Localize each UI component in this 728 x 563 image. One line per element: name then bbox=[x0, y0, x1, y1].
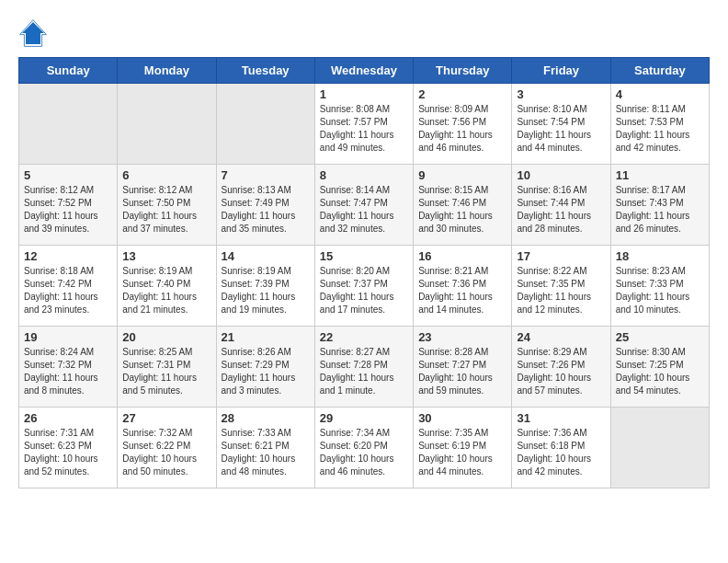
day-number: 20 bbox=[122, 330, 210, 344]
cell-details: Sunrise: 8:13 AMSunset: 7:49 PMDaylight:… bbox=[222, 185, 296, 234]
day-number: 28 bbox=[222, 411, 310, 425]
day-number: 14 bbox=[222, 249, 310, 263]
cell-details: Sunrise: 7:31 AMSunset: 6:23 PMDaylight:… bbox=[24, 428, 98, 477]
calendar-cell bbox=[610, 408, 709, 488]
page-header bbox=[18, 18, 710, 48]
day-number: 9 bbox=[418, 168, 506, 182]
cell-details: Sunrise: 8:20 AMSunset: 7:37 PMDaylight:… bbox=[320, 266, 394, 315]
cell-details: Sunrise: 8:19 AMSunset: 7:40 PMDaylight:… bbox=[122, 266, 197, 315]
weekday-header-saturday: Saturday bbox=[610, 58, 709, 84]
calendar-cell: 9 Sunrise: 8:15 AMSunset: 7:46 PMDayligh… bbox=[414, 165, 512, 246]
day-number: 8 bbox=[320, 168, 408, 182]
cell-details: Sunrise: 8:26 AMSunset: 7:29 PMDaylight:… bbox=[222, 347, 296, 396]
day-number: 6 bbox=[122, 168, 210, 182]
svg-marker-0 bbox=[22, 22, 44, 44]
calendar-cell: 19 Sunrise: 8:24 AMSunset: 7:32 PMDaylig… bbox=[19, 327, 118, 408]
calendar-header-row: SundayMondayTuesdayWednesdayThursdayFrid… bbox=[19, 58, 710, 84]
day-number: 26 bbox=[24, 411, 112, 425]
cell-details: Sunrise: 8:18 AMSunset: 7:42 PMDaylight:… bbox=[24, 266, 98, 315]
cell-details: Sunrise: 7:33 AMSunset: 6:21 PMDaylight:… bbox=[222, 428, 296, 477]
cell-details: Sunrise: 8:30 AMSunset: 7:25 PMDaylight:… bbox=[616, 347, 690, 396]
calendar-cell: 18 Sunrise: 8:23 AMSunset: 7:33 PMDaylig… bbox=[610, 246, 709, 327]
calendar-cell: 11 Sunrise: 8:17 AMSunset: 7:43 PMDaylig… bbox=[610, 165, 709, 246]
calendar-cell: 16 Sunrise: 8:21 AMSunset: 7:36 PMDaylig… bbox=[414, 246, 512, 327]
day-number: 16 bbox=[418, 249, 506, 263]
logo bbox=[18, 18, 51, 48]
cell-details: Sunrise: 8:25 AMSunset: 7:31 PMDaylight:… bbox=[122, 347, 197, 396]
calendar-cell: 12 Sunrise: 8:18 AMSunset: 7:42 PMDaylig… bbox=[19, 246, 118, 327]
calendar-cell: 1 Sunrise: 8:08 AMSunset: 7:57 PMDayligh… bbox=[314, 84, 413, 165]
day-number: 27 bbox=[122, 411, 210, 425]
calendar-cell: 13 Sunrise: 8:19 AMSunset: 7:40 PMDaylig… bbox=[118, 246, 216, 327]
cell-details: Sunrise: 8:09 AMSunset: 7:56 PMDaylight:… bbox=[418, 104, 493, 153]
day-number: 4 bbox=[616, 87, 704, 101]
weekday-header-tuesday: Tuesday bbox=[216, 58, 314, 84]
calendar-cell: 8 Sunrise: 8:14 AMSunset: 7:47 PMDayligh… bbox=[314, 165, 413, 246]
calendar-cell: 29 Sunrise: 7:34 AMSunset: 6:20 PMDaylig… bbox=[314, 408, 413, 488]
calendar-cell: 7 Sunrise: 8:13 AMSunset: 7:49 PMDayligh… bbox=[216, 165, 314, 246]
cell-details: Sunrise: 8:15 AMSunset: 7:46 PMDaylight:… bbox=[418, 185, 493, 234]
day-number: 22 bbox=[320, 330, 408, 344]
cell-details: Sunrise: 8:27 AMSunset: 7:28 PMDaylight:… bbox=[320, 347, 394, 396]
calendar-week-row: 5 Sunrise: 8:12 AMSunset: 7:52 PMDayligh… bbox=[19, 165, 710, 246]
calendar-cell bbox=[216, 84, 314, 165]
day-number: 10 bbox=[517, 168, 605, 182]
day-number: 25 bbox=[616, 330, 704, 344]
calendar-cell: 31 Sunrise: 7:36 AMSunset: 6:18 PMDaylig… bbox=[512, 408, 610, 488]
cell-details: Sunrise: 7:36 AMSunset: 6:18 PMDaylight:… bbox=[517, 428, 591, 477]
day-number: 31 bbox=[517, 411, 605, 425]
calendar-cell: 20 Sunrise: 8:25 AMSunset: 7:31 PMDaylig… bbox=[118, 327, 216, 408]
calendar-cell: 24 Sunrise: 8:29 AMSunset: 7:26 PMDaylig… bbox=[512, 327, 610, 408]
calendar-cell: 21 Sunrise: 8:26 AMSunset: 7:29 PMDaylig… bbox=[216, 327, 314, 408]
calendar-cell: 17 Sunrise: 8:22 AMSunset: 7:35 PMDaylig… bbox=[512, 246, 610, 327]
cell-details: Sunrise: 8:12 AMSunset: 7:50 PMDaylight:… bbox=[122, 185, 197, 234]
calendar-cell: 22 Sunrise: 8:27 AMSunset: 7:28 PMDaylig… bbox=[314, 327, 413, 408]
day-number: 18 bbox=[616, 249, 704, 263]
cell-details: Sunrise: 8:12 AMSunset: 7:52 PMDaylight:… bbox=[24, 185, 98, 234]
weekday-header-thursday: Thursday bbox=[414, 58, 512, 84]
weekday-header-friday: Friday bbox=[512, 58, 610, 84]
logo-icon bbox=[18, 18, 48, 48]
calendar-cell: 2 Sunrise: 8:09 AMSunset: 7:56 PMDayligh… bbox=[414, 84, 512, 165]
cell-details: Sunrise: 8:22 AMSunset: 7:35 PMDaylight:… bbox=[517, 266, 591, 315]
calendar-cell bbox=[118, 84, 216, 165]
day-number: 29 bbox=[320, 411, 408, 425]
cell-details: Sunrise: 8:19 AMSunset: 7:39 PMDaylight:… bbox=[222, 266, 296, 315]
calendar-week-row: 1 Sunrise: 8:08 AMSunset: 7:57 PMDayligh… bbox=[19, 84, 710, 165]
cell-details: Sunrise: 8:21 AMSunset: 7:36 PMDaylight:… bbox=[418, 266, 493, 315]
weekday-header-monday: Monday bbox=[118, 58, 216, 84]
day-number: 2 bbox=[418, 87, 506, 101]
calendar-cell: 30 Sunrise: 7:35 AMSunset: 6:19 PMDaylig… bbox=[414, 408, 512, 488]
calendar-cell bbox=[19, 84, 118, 165]
calendar-cell: 28 Sunrise: 7:33 AMSunset: 6:21 PMDaylig… bbox=[216, 408, 314, 488]
calendar-week-row: 12 Sunrise: 8:18 AMSunset: 7:42 PMDaylig… bbox=[19, 246, 710, 327]
day-number: 1 bbox=[320, 87, 408, 101]
cell-details: Sunrise: 7:34 AMSunset: 6:20 PMDaylight:… bbox=[320, 428, 394, 477]
weekday-header-wednesday: Wednesday bbox=[314, 58, 413, 84]
cell-details: Sunrise: 8:24 AMSunset: 7:32 PMDaylight:… bbox=[24, 347, 98, 396]
day-number: 5 bbox=[24, 168, 112, 182]
cell-details: Sunrise: 7:35 AMSunset: 6:19 PMDaylight:… bbox=[418, 428, 493, 477]
calendar-table: SundayMondayTuesdayWednesdayThursdayFrid… bbox=[18, 57, 710, 488]
cell-details: Sunrise: 8:28 AMSunset: 7:27 PMDaylight:… bbox=[418, 347, 493, 396]
calendar-cell: 25 Sunrise: 8:30 AMSunset: 7:25 PMDaylig… bbox=[610, 327, 709, 408]
calendar-cell: 15 Sunrise: 8:20 AMSunset: 7:37 PMDaylig… bbox=[314, 246, 413, 327]
calendar-cell: 26 Sunrise: 7:31 AMSunset: 6:23 PMDaylig… bbox=[19, 408, 118, 488]
cell-details: Sunrise: 8:11 AMSunset: 7:53 PMDaylight:… bbox=[616, 104, 690, 153]
day-number: 13 bbox=[122, 249, 210, 263]
day-number: 21 bbox=[222, 330, 310, 344]
calendar-cell: 4 Sunrise: 8:11 AMSunset: 7:53 PMDayligh… bbox=[610, 84, 709, 165]
cell-details: Sunrise: 8:08 AMSunset: 7:57 PMDaylight:… bbox=[320, 104, 394, 153]
day-number: 11 bbox=[616, 168, 704, 182]
cell-details: Sunrise: 7:32 AMSunset: 6:22 PMDaylight:… bbox=[122, 428, 197, 477]
cell-details: Sunrise: 8:29 AMSunset: 7:26 PMDaylight:… bbox=[517, 347, 591, 396]
day-number: 15 bbox=[320, 249, 408, 263]
weekday-header-sunday: Sunday bbox=[19, 58, 118, 84]
calendar-cell: 5 Sunrise: 8:12 AMSunset: 7:52 PMDayligh… bbox=[19, 165, 118, 246]
calendar-cell: 27 Sunrise: 7:32 AMSunset: 6:22 PMDaylig… bbox=[118, 408, 216, 488]
calendar-cell: 3 Sunrise: 8:10 AMSunset: 7:54 PMDayligh… bbox=[512, 84, 610, 165]
calendar-cell: 23 Sunrise: 8:28 AMSunset: 7:27 PMDaylig… bbox=[414, 327, 512, 408]
day-number: 7 bbox=[222, 168, 310, 182]
cell-details: Sunrise: 8:14 AMSunset: 7:47 PMDaylight:… bbox=[320, 185, 394, 234]
day-number: 19 bbox=[24, 330, 112, 344]
